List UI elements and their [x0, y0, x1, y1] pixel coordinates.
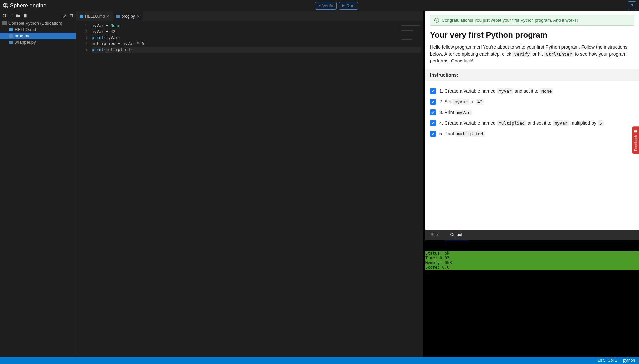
close-icon[interactable]: × — [137, 14, 140, 19]
svg-rect-9 — [634, 130, 637, 132]
term-memory: Memory: 0kB — [425, 260, 639, 265]
feedback-tab[interactable]: Feedback — [632, 126, 639, 154]
instructions-pane: i Congratulations! You just wrote your f… — [425, 11, 639, 357]
play-icon — [342, 4, 345, 7]
editor-tabs: HELLO.md×prog.py× — [76, 11, 423, 21]
trash-icon[interactable] — [69, 13, 74, 18]
svg-rect-7 — [80, 15, 83, 18]
output-terminal[interactable]: Status: okTime: 0.03Memory: 0kBScore: 0.… — [425, 240, 639, 357]
term-score: Score: 0.0 — [425, 265, 639, 270]
svg-rect-8 — [116, 15, 120, 18]
language-mode[interactable]: python — [623, 358, 635, 363]
python-icon — [9, 41, 13, 44]
code-token: 5 — [598, 120, 604, 126]
svg-rect-3 — [24, 14, 27, 18]
step-text: 2. Set myVar to 42 — [439, 99, 484, 104]
markdown-icon — [9, 28, 13, 31]
editor-pane: HELLO.md×prog.py× 12345 myVar = None myV… — [76, 11, 424, 357]
help-button[interactable]: ? — [628, 1, 636, 10]
svg-rect-2 — [10, 14, 12, 17]
alert-text: Congratulations! You just wrote your fir… — [442, 18, 578, 23]
instruction-step: 3. Print myVar — [430, 107, 634, 118]
tab-label: prog.py — [122, 14, 135, 19]
instruction-step: 5. Print multiplied — [430, 128, 634, 139]
python-icon — [116, 15, 120, 18]
term-cursor — [426, 270, 428, 274]
instruction-step: 2. Set myVar to 42 — [430, 96, 634, 107]
file-name: HELLO.md — [15, 27, 36, 32]
step-text: 1. Create a variable named myVar and set… — [439, 88, 553, 94]
svg-rect-5 — [9, 34, 13, 38]
file-sidebar: Console Python (Education) HELLO.mdprog.… — [0, 11, 76, 357]
instructions-header: Instructions: — [425, 69, 639, 81]
term-status: Status: ok — [425, 251, 639, 256]
checkbox-checked-icon — [430, 88, 436, 94]
code-token: myVar — [453, 99, 469, 105]
code-token: 42 — [476, 99, 484, 105]
code-token: multiplied — [455, 131, 485, 137]
markdown-icon — [80, 15, 83, 18]
success-alert: i Congratulations! You just wrote your f… — [430, 15, 634, 26]
project-folder[interactable]: Console Python (Education) — [0, 20, 76, 26]
folder-icon — [2, 21, 7, 25]
checkbox-checked-icon — [430, 109, 436, 115]
file-item[interactable]: HELLO.md — [0, 26, 76, 33]
status-bar: Ln 5, Col 1 python — [0, 357, 639, 364]
code-token: myVar — [553, 120, 569, 126]
instruction-step: 1. Create a variable named myVar and set… — [430, 86, 634, 96]
editor-tab[interactable]: HELLO.md× — [76, 11, 113, 21]
step-text: 3. Print myVar — [439, 110, 472, 115]
tab-label: HELLO.md — [85, 14, 105, 19]
checkbox-checked-icon — [430, 120, 436, 126]
checkbox-checked-icon — [430, 99, 436, 105]
code-token: myVar — [497, 88, 513, 94]
sphere-icon — [3, 3, 9, 9]
document-icon[interactable] — [23, 13, 28, 18]
info-icon: i — [434, 18, 439, 23]
file-name: wrapper.py — [15, 40, 36, 45]
instructions-title: Your very first Python program — [430, 30, 634, 40]
python-icon — [9, 34, 13, 38]
tab-output[interactable]: Output — [445, 230, 468, 240]
run-button[interactable]: Run — [339, 2, 358, 10]
editor-tab[interactable]: prog.py× — [113, 11, 143, 21]
line-gutter: 12345 — [76, 21, 90, 357]
new-file-icon[interactable] — [9, 13, 14, 18]
code-token: myVar — [455, 110, 472, 115]
file-item[interactable]: wrapper.py — [0, 39, 76, 45]
play-icon — [319, 4, 321, 7]
logo: Sphere engine — [3, 3, 47, 9]
term-time: Time: 0.03 — [425, 256, 639, 260]
code-area[interactable]: myVar = None myVar = 42 print(myVar) mul… — [90, 21, 423, 357]
minimap[interactable] — [401, 23, 421, 27]
file-item[interactable]: prog.py — [0, 33, 76, 39]
step-text: 4. Create a variable named multiplied an… — [439, 120, 604, 126]
brand-text-2: engine — [30, 3, 47, 9]
brand-text-1: Sphere — [10, 3, 28, 9]
topbar: Sphere engine Verify Run ? — [0, 0, 639, 11]
tab-shell[interactable]: Shell — [425, 230, 445, 240]
chat-icon — [634, 129, 638, 133]
svg-rect-6 — [9, 41, 13, 44]
verify-button[interactable]: Verify — [315, 2, 337, 10]
refresh-icon[interactable] — [2, 13, 7, 18]
code-editor[interactable]: 12345 myVar = None myVar = 42 print(myVa… — [76, 21, 423, 357]
sidebar-toolbar — [0, 11, 76, 20]
code-token: None — [540, 88, 553, 94]
instruction-step: 4. Create a variable named multiplied an… — [430, 118, 634, 128]
new-folder-icon[interactable] — [16, 13, 21, 18]
file-name: prog.py — [15, 33, 29, 38]
step-text: 5. Print multiplied — [439, 131, 485, 136]
edit-icon[interactable] — [62, 13, 67, 18]
cursor-position[interactable]: Ln 5, Col 1 — [598, 358, 617, 363]
output-tabs: Shell Output — [425, 230, 639, 240]
instructions-intro: Hello fellow programmer! You're about to… — [430, 44, 634, 64]
svg-rect-4 — [9, 28, 13, 31]
close-icon[interactable]: × — [106, 14, 109, 19]
checkbox-checked-icon — [430, 131, 436, 137]
code-token: multiplied — [497, 120, 526, 126]
